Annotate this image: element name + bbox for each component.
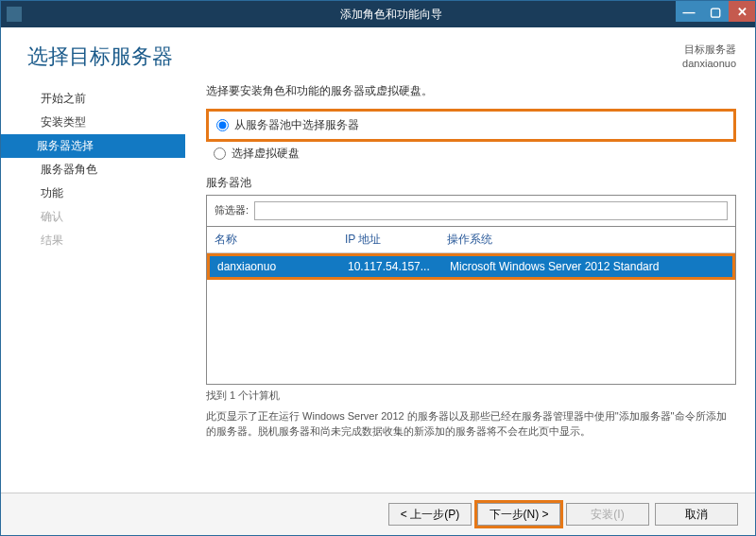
filter-box: 筛选器: [206,195,736,227]
table-empty-area [207,280,735,384]
minimize-button[interactable]: — [676,1,702,22]
filter-input[interactable] [254,201,728,220]
window-controls: — ▢ ✕ [676,1,755,22]
header: 选择目标服务器 目标服务器 danxiaonuo [1,27,755,81]
footer: < 上一步(P) 下一步(N) > 安装(I) 取消 [1,493,755,535]
target-label: 目标服务器 [682,43,736,57]
table-row[interactable]: danxiaonuo 10.117.54.157... Microsoft Wi… [210,256,732,277]
filter-label: 筛选器: [215,203,249,217]
sidebar-item-installation-type[interactable]: 安装类型 [1,111,185,134]
titlebar: 添加角色和功能向导 — ▢ ✕ [1,1,755,27]
sidebar-item-features[interactable]: 功能 [1,182,185,205]
body: 开始之前 安装类型 服务器选择 服务器角色 功能 确认 结果 选择要安装角色和功… [1,81,755,471]
target-value: danxiaonuo [682,57,736,71]
sidebar-item-server-selection[interactable]: 服务器选择 [1,134,185,158]
table-header: 名称 IP 地址 操作系统 [207,227,735,253]
main-panel: 选择要安装角色和功能的服务器或虚拟硬盘。 从服务器池中选择服务器 选择虚拟硬盘 … [185,81,736,471]
radio-vhd-label: 选择虚拟硬盘 [232,146,300,162]
table-body-highlight: danxiaonuo 10.117.54.157... Microsoft Wi… [207,253,735,280]
window-title: 添加角色和功能向导 [27,7,755,23]
sidebar-item-confirmation: 确认 [1,205,185,229]
sidebar-item-results: 结果 [1,229,185,252]
sidebar-item-server-roles[interactable]: 服务器角色 [1,158,185,182]
radio-select-from-pool[interactable]: 从服务器池中选择服务器 [216,115,726,135]
server-pool-label: 服务器池 [206,175,736,191]
server-table: 名称 IP 地址 操作系统 danxiaonuo 10.117.54.157..… [206,227,736,385]
description-text: 此页显示了正在运行 Windows Server 2012 的服务器以及那些已经… [206,408,736,440]
page-title: 选择目标服务器 [27,43,173,71]
radio-vhd-input[interactable] [214,147,226,160]
wizard-window: 添加角色和功能向导 — ▢ ✕ 选择目标服务器 目标服务器 danxiaonuo… [0,0,756,536]
install-button: 安装(I) [566,503,649,526]
sidebar: 开始之前 安装类型 服务器选择 服务器角色 功能 确认 结果 [1,81,185,471]
radio-pool-label: 从服务器池中选择服务器 [234,117,359,133]
sidebar-item-before-you-begin[interactable]: 开始之前 [1,87,185,111]
app-icon [7,7,22,22]
radio-select-vhd[interactable]: 选择虚拟硬盘 [206,144,736,167]
target-server-info: 目标服务器 danxiaonuo [682,43,736,72]
instruction-text: 选择要安装角色和功能的服务器或虚拟硬盘。 [206,83,736,99]
cell-name: danxiaonuo [217,260,348,273]
cell-ip: 10.117.54.157... [348,260,450,273]
col-header-os[interactable]: 操作系统 [447,232,728,248]
computer-count: 找到 1 个计算机 [206,389,736,403]
cancel-button[interactable]: 取消 [655,503,738,526]
previous-button[interactable]: < 上一步(P) [388,503,472,526]
radio-group-highlight: 从服务器池中选择服务器 [206,109,736,142]
cell-os: Microsoft Windows Server 2012 Standard [450,260,725,273]
col-header-name[interactable]: 名称 [215,232,345,248]
col-header-ip[interactable]: IP 地址 [345,232,447,248]
next-button[interactable]: 下一步(N) > [477,503,560,526]
radio-pool-input[interactable] [216,119,229,131]
maximize-button[interactable]: ▢ [702,1,729,22]
close-button[interactable]: ✕ [729,1,755,22]
